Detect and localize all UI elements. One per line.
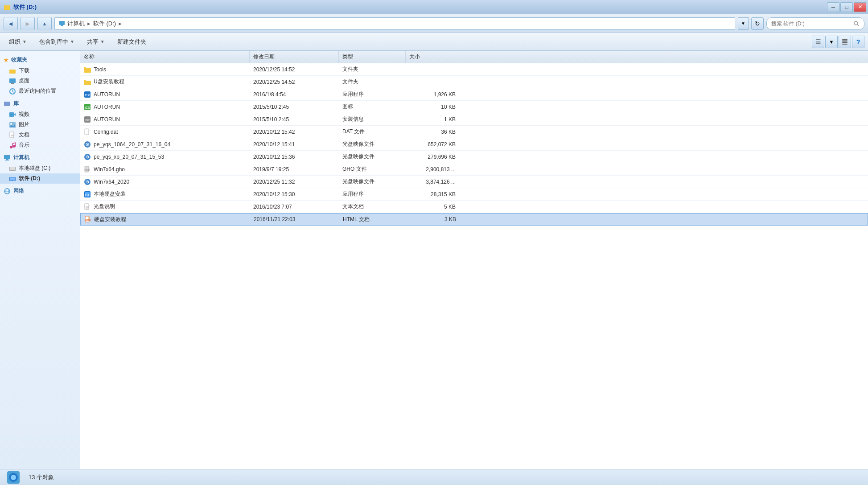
maximize-button[interactable]: □ — [840, 2, 853, 12]
sidebar-item-desktop[interactable]: 桌面 — [0, 76, 80, 86]
sidebar-header-library[interactable]: 库 — [0, 98, 80, 109]
organize-button[interactable]: 组织 ▼ — [4, 35, 32, 49]
up-button[interactable]: ▲ — [37, 17, 52, 30]
svg-point-71 — [87, 181, 88, 182]
file-size: 279,696 KB — [428, 154, 456, 160]
app-icon: EX — [84, 191, 91, 198]
table-row[interactable]: ICO AUTORUN 2015/5/10 2:45 图标 10 KB — [80, 101, 868, 113]
file-modified: 2020/12/25 14:52 — [253, 66, 295, 73]
file-type: 光盘映像文件 — [342, 153, 374, 160]
address-dropdown[interactable]: ▼ — [738, 17, 749, 30]
file-cell-size: 5 KB — [406, 201, 459, 213]
video-icon — [9, 111, 16, 118]
file-cell-modified: 2020/10/12 15:41 — [250, 138, 339, 150]
back-button[interactable]: ◄ — [4, 17, 18, 30]
sidebar-item-pictures[interactable]: 图片 — [0, 119, 80, 130]
file-cell-name: U盘安装教程 — [80, 76, 250, 88]
col-header-type[interactable]: 类型 — [339, 51, 406, 63]
table-row[interactable]: Win7x64_2020 2020/12/25 11:32 光盘映像文件 3,8… — [80, 176, 868, 188]
forward-button[interactable]: ► — [21, 17, 35, 30]
refresh-button[interactable]: ↻ — [751, 17, 764, 30]
table-row[interactable]: INF AUTORUN 2015/5/10 2:45 安装信息 1 KB — [80, 113, 868, 126]
minimize-button[interactable]: ─ — [827, 2, 839, 12]
main-area: ★ 收藏夹 下载 桌面 — [0, 51, 868, 469]
sidebar-item-recent[interactable]: 最近访问的位置 — [0, 86, 80, 96]
file-cell-name: 光盘说明 — [80, 201, 250, 213]
close-button[interactable]: ✕ — [854, 2, 866, 12]
sidebar-section-network: 网络 — [0, 185, 80, 197]
recent-icon — [9, 88, 16, 95]
svg-marker-67 — [88, 166, 90, 169]
sidebar-header-computer[interactable]: 计算机 — [0, 152, 80, 163]
help-button[interactable]: ? — [852, 36, 864, 48]
sidebar-header-network[interactable]: 网络 — [0, 185, 80, 197]
sidebar-item-documents[interactable]: 文档 — [0, 130, 80, 140]
sidebar-header-favorites[interactable]: ★ 收藏夹 — [0, 54, 80, 66]
file-cell-name: ICO AUTORUN — [80, 101, 250, 113]
inf-icon: INF — [84, 116, 91, 123]
file-name: Win7x64.gho — [94, 166, 125, 173]
table-row[interactable]: EX AUTORUN 2016/1/8 4:54 应用程序 1,926 KB — [80, 88, 868, 101]
share-chevron: ▼ — [100, 39, 105, 44]
col-header-size[interactable]: 大小 — [406, 51, 459, 63]
table-row[interactable]: Config.dat 2020/10/12 15:42 DAT 文件 36 KB — [80, 126, 868, 138]
svg-rect-9 — [842, 44, 847, 45]
html-icon: HTML — [84, 216, 91, 223]
table-row[interactable]: GHO Win7x64.gho 2019/9/7 19:25 GHO 文件 2,… — [80, 163, 868, 176]
table-row[interactable]: HTML 硬盘安装教程 2016/11/21 22:03 HTML 文档 3 K… — [80, 213, 868, 226]
file-type: 文本文档 — [342, 203, 364, 210]
table-row[interactable]: EX 本地硬盘安装 2020/10/12 15:30 应用程序 28,315 K… — [80, 188, 868, 201]
svg-marker-59 — [88, 129, 90, 131]
file-size: 5 KB — [444, 204, 456, 210]
title-bar-left: 软件 (D:) — [4, 3, 37, 11]
details-view-button[interactable] — [839, 36, 851, 48]
favorites-star-icon: ★ — [4, 57, 8, 63]
new-folder-button[interactable]: 新建文件夹 — [112, 35, 152, 49]
file-type: 光盘映像文件 — [342, 140, 374, 148]
search-bar[interactable] — [766, 17, 864, 30]
file-name: AUTORUN — [94, 91, 120, 98]
view-toggle-button[interactable]: ☰ — [812, 36, 824, 48]
file-rows-container: Tools 2020/12/25 14:52 文件夹 U盘安装教程 2020/1… — [80, 63, 868, 226]
window-icon — [4, 4, 11, 11]
table-row[interactable]: 光盘说明 2016/10/23 7:07 文本文档 5 KB — [80, 201, 868, 213]
status-bar: 13 个对象 — [0, 469, 868, 485]
search-input[interactable] — [771, 21, 851, 27]
view-toggle-button-2[interactable]: ▼ — [825, 36, 838, 48]
documents-icon — [9, 132, 16, 139]
sidebar-item-downloads[interactable]: 下载 — [0, 66, 80, 76]
sidebar-item-drive-d[interactable]: 软件 (D:) — [0, 173, 80, 184]
file-cell-type: 应用程序 — [339, 188, 406, 200]
file-modified: 2020/10/12 15:30 — [253, 191, 295, 197]
table-row[interactable]: Tools 2020/12/25 14:52 文件夹 — [80, 63, 868, 76]
svg-point-65 — [87, 156, 88, 157]
col-header-name[interactable]: 名称 — [80, 51, 250, 63]
sidebar-item-music[interactable]: 音乐 — [0, 140, 80, 150]
documents-label: 文档 — [19, 131, 29, 139]
col-header-modified[interactable]: 修改日期 — [250, 51, 339, 63]
share-button[interactable]: 共享 ▼ — [82, 35, 110, 49]
svg-marker-25 — [13, 132, 15, 134]
table-row[interactable]: U盘安装教程 2020/12/25 14:52 文件夹 — [80, 76, 868, 88]
file-cell-size: 10 KB — [406, 101, 459, 113]
sidebar-item-video[interactable]: 视频 — [0, 109, 80, 119]
library-chevron: ▼ — [70, 39, 74, 44]
table-row[interactable]: pe_yqs_xp_20_07_31_15_53 2020/10/12 15:3… — [80, 151, 868, 163]
file-cell-type: GHO 文件 — [339, 163, 406, 175]
path-separator-2: ► — [118, 21, 123, 26]
include-library-button[interactable]: 包含到库中 ▼ — [34, 35, 80, 49]
address-path[interactable]: 计算机 ► 软件 (D:) ► — [54, 17, 735, 30]
favorites-label: 收藏夹 — [11, 56, 27, 64]
svg-point-85 — [11, 475, 16, 480]
sidebar-item-drive-c[interactable]: 本地磁盘 (C:) — [0, 163, 80, 173]
file-name: AUTORUN — [94, 116, 120, 123]
svg-rect-38 — [10, 167, 15, 170]
file-cell-size: 652,072 KB — [406, 138, 459, 150]
file-cell-size — [406, 76, 459, 88]
table-row[interactable]: pe_yqs_1064_20_07_31_16_04 2020/10/12 15… — [80, 138, 868, 151]
file-modified: 2020/10/12 15:41 — [253, 141, 295, 148]
file-cell-modified: 2015/5/10 2:45 — [250, 113, 339, 125]
svg-point-62 — [87, 144, 88, 145]
file-name: Win7x64_2020 — [94, 179, 129, 185]
file-cell-modified: 2019/9/7 19:25 — [250, 163, 339, 175]
